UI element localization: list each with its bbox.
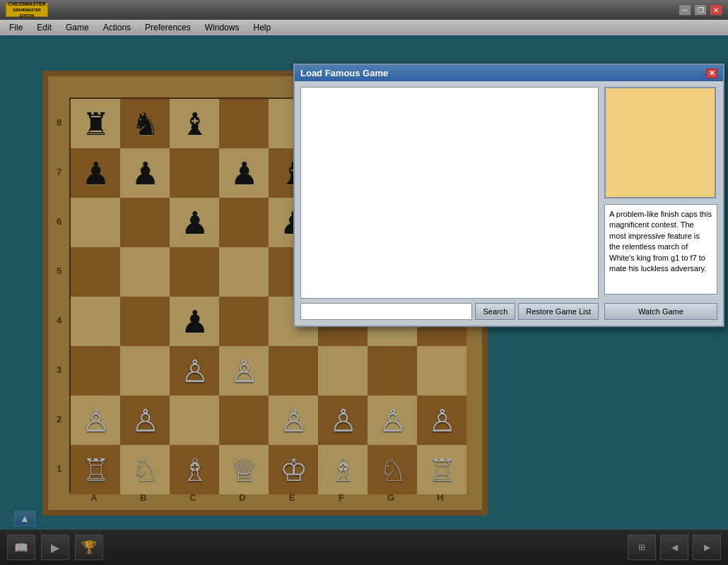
titlebar-left: CHESSMASTERGRANDMASTER EDITION bbox=[6, 3, 48, 17]
dialog-titlebar: Load Famous Game ✕ bbox=[295, 65, 723, 81]
logo-subtitle: GRANDMASTER EDITION bbox=[13, 8, 40, 18]
bottom-button-row: Watch Game bbox=[604, 303, 717, 320]
right-panel: A problem-like finish caps this magnific… bbox=[604, 87, 717, 320]
search-button[interactable]: Search bbox=[475, 303, 515, 320]
close-button[interactable]: ✕ bbox=[710, 4, 722, 16]
app-logo: CHESSMASTERGRANDMASTER EDITION bbox=[6, 3, 48, 17]
menu-actions[interactable]: Actions bbox=[97, 20, 137, 35]
search-input[interactable] bbox=[300, 303, 472, 320]
titlebar: CHESSMASTERGRANDMASTER EDITION ─ ❐ ✕ bbox=[0, 0, 728, 20]
game-list[interactable] bbox=[300, 87, 599, 299]
menu-file[interactable]: File bbox=[3, 20, 29, 35]
watch-game-button[interactable]: Watch Game bbox=[604, 303, 717, 320]
dialog-close-button[interactable]: ✕ bbox=[706, 69, 717, 78]
dialog-title: Load Famous Game bbox=[300, 68, 388, 78]
minimize-button[interactable]: ─ bbox=[679, 4, 691, 16]
game-list-panel: Search Restore Game List bbox=[300, 87, 599, 320]
menubar: File Edit Game Actions Preferences Windo… bbox=[0, 20, 728, 35]
logo-text: CHESSMASTERGRANDMASTER EDITION bbox=[6, 1, 47, 18]
search-row: Search Restore Game List bbox=[300, 303, 599, 320]
menu-preferences[interactable]: Preferences bbox=[139, 20, 197, 35]
mini-board bbox=[604, 87, 716, 198]
restore-game-list-button[interactable]: Restore Game List bbox=[518, 303, 599, 320]
menu-game[interactable]: Game bbox=[59, 20, 95, 35]
dialog-body: Search Restore Game List A problem-like … bbox=[295, 81, 723, 326]
menu-windows[interactable]: Windows bbox=[199, 20, 246, 35]
main-area: 8 7 6 5 4 3 2 1 ♜♞♝♜♟♟♟♝♟♟♜♟♟♞♟♟♙♙♙♙♙♙♙♙… bbox=[0, 35, 728, 565]
load-famous-game-dialog: Load Famous Game ✕ Search Restore Game L… bbox=[293, 64, 724, 327]
restore-button[interactable]: ❐ bbox=[694, 4, 707, 16]
menu-edit[interactable]: Edit bbox=[30, 20, 58, 35]
menu-help[interactable]: Help bbox=[247, 20, 277, 35]
titlebar-controls: ─ ❐ ✕ bbox=[679, 4, 722, 16]
game-description: A problem-like finish caps this magnific… bbox=[604, 204, 717, 295]
